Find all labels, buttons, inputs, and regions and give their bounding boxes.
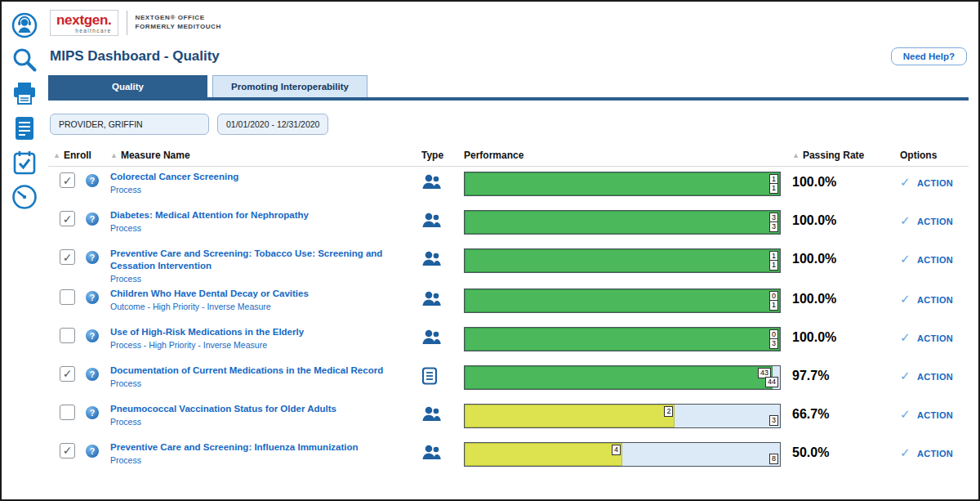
type-cell (416, 288, 457, 322)
header-passing-rate[interactable]: ▲Passing Rate (791, 150, 889, 161)
measure-name-link[interactable]: Pneumococcal Vaccination Status for Olde… (110, 403, 407, 415)
measure-name-cell: Diabetes: Medical Attention for Nephropa… (110, 209, 416, 244)
print-icon[interactable] (9, 78, 40, 110)
measure-name-link[interactable]: Preventive Care and Screening: Influenza… (110, 441, 407, 454)
performance-fill (465, 172, 780, 195)
main-content: nextgen. healthcare NEXTGEN® OFFICE FORM… (47, 2, 978, 499)
options-cell: ✓ ACTION (889, 171, 969, 205)
measure-help-icon[interactable]: ? (86, 445, 99, 458)
passing-rate-value: 100.0% (792, 252, 836, 266)
measure-help-icon[interactable]: ? (86, 291, 99, 304)
header-type: Type (416, 150, 457, 161)
date-range-select[interactable]: 01/01/2020 - 12/31/2020 (217, 114, 328, 135)
measure-help-icon[interactable]: ? (86, 406, 99, 419)
type-cell (416, 209, 457, 244)
support-icon[interactable] (9, 10, 40, 41)
help-cell: ? (86, 248, 110, 284)
help-cell: ? (86, 441, 110, 476)
measure-name-cell: Children Who Have Dental Decay or Caviti… (110, 288, 416, 322)
need-help-button[interactable]: Need Help? (891, 47, 967, 65)
denominator-badge: 44 (765, 377, 778, 387)
denominator-badge: 8 (769, 454, 778, 464)
measure-name-link[interactable]: Colorectal Cancer Screening (110, 171, 407, 183)
type-cell (416, 365, 457, 399)
denominator-badge: 1 (769, 260, 778, 271)
type-people-icon (421, 405, 441, 422)
enroll-checkbox[interactable] (60, 328, 75, 343)
performance-fill (465, 211, 780, 234)
header-options: Options (889, 150, 969, 161)
action-link[interactable]: ACTION (917, 372, 953, 382)
performance-fill (465, 405, 675, 427)
type-list-icon (421, 367, 438, 385)
header-type-label: Type (421, 150, 443, 161)
performance-cell: 3 3 (457, 209, 791, 244)
measure-name-link[interactable]: Children Who Have Dental Decay or Caviti… (110, 288, 407, 300)
action-link[interactable]: ACTION (917, 295, 953, 305)
enroll-cell: ✓ (48, 171, 86, 205)
enroll-checkbox[interactable]: ✓ (60, 211, 75, 226)
measure-help-icon[interactable]: ? (86, 329, 99, 342)
tab-quality[interactable]: Quality (48, 75, 207, 97)
performance-cell: 0 1 (457, 288, 791, 322)
type-people-icon (421, 329, 441, 345)
measure-name-link[interactable]: Preventive Care and Screening: Tobacco U… (110, 248, 407, 272)
search-icon[interactable] (9, 44, 40, 75)
passing-rate-value: 97.7% (792, 369, 829, 382)
type-cell (416, 248, 457, 284)
passing-rate-cell: 100.0% (791, 209, 889, 244)
measure-name-link[interactable]: Use of High-Risk Medications in the Elde… (110, 326, 407, 338)
action-link[interactable]: ACTION (917, 449, 953, 459)
measure-help-icon[interactable]: ? (86, 212, 99, 226)
denominator-badge: 3 (769, 415, 778, 426)
action-check-icon: ✓ (900, 175, 911, 189)
measure-row: ? Children Who Have Dental Decay or Cavi… (48, 284, 969, 322)
action-link[interactable]: ACTION (917, 217, 953, 226)
denominator-badge: 1 (769, 300, 778, 311)
provider-select[interactable]: PROVIDER, GRIFFIN (50, 114, 209, 135)
enroll-checkbox[interactable] (60, 289, 75, 305)
gauge-icon[interactable] (9, 181, 40, 212)
action-link[interactable]: ACTION (917, 178, 953, 188)
header-enroll[interactable]: ▲Enroll (48, 150, 110, 161)
options-cell: ✓ ACTION (889, 365, 969, 399)
enroll-cell: ✓ (48, 248, 86, 284)
type-cell (416, 403, 457, 437)
type-cell (416, 171, 457, 205)
action-link[interactable]: ACTION (917, 255, 953, 265)
product-name: NEXTGEN® OFFICE FORMERLY MEDITOUCH (136, 14, 221, 32)
measure-name-link[interactable]: Diabetes: Medical Attention for Nephropa… (110, 209, 407, 221)
enroll-checkbox[interactable]: ✓ (60, 172, 75, 188)
page-title: MIPS Dashboard - Quality (50, 48, 220, 65)
measure-name-link[interactable]: Documentation of Current Medications in … (110, 365, 407, 377)
measure-category: Process (110, 223, 407, 233)
header-measure-name[interactable]: ▲Measure Name (110, 150, 416, 161)
passing-rate-value: 66.7% (792, 407, 829, 421)
passing-rate-value: 100.0% (792, 292, 836, 306)
header-passing-rate-label: Passing Rate (803, 150, 864, 161)
measure-name-cell: Preventive Care and Screening: Tobacco U… (110, 248, 416, 284)
sort-asc-icon: ▲ (792, 151, 800, 159)
performance-bar: 43 44 (464, 365, 781, 390)
enroll-checkbox[interactable] (60, 405, 75, 420)
measure-help-icon[interactable]: ? (86, 251, 99, 264)
tasks-icon[interactable] (9, 147, 40, 178)
enroll-checkbox[interactable]: ✓ (60, 366, 75, 382)
action-link[interactable]: ACTION (917, 410, 953, 420)
measure-row: ? Pneumococcal Vaccination Status for Ol… (48, 399, 969, 437)
measure-category: Process (110, 274, 407, 284)
passing-rate-value: 100.0% (792, 175, 836, 189)
enroll-checkbox[interactable]: ✓ (60, 249, 75, 265)
measure-help-icon[interactable]: ? (86, 174, 99, 187)
options-cell: ✓ ACTION (889, 288, 969, 322)
enroll-checkbox[interactable]: ✓ (60, 443, 75, 459)
enroll-cell: ✓ (48, 441, 86, 476)
measure-row: ✓ ? Preventive Care and Screening: Influ… (48, 437, 969, 476)
measure-help-icon[interactable]: ? (86, 368, 99, 381)
notes-icon[interactable] (9, 113, 40, 144)
action-link[interactable]: ACTION (917, 333, 953, 343)
performance-bar: 2 3 (464, 404, 781, 428)
tab-bar: Quality Promoting Interoperability (48, 75, 969, 101)
enroll-cell: ✓ (48, 365, 86, 399)
tab-promoting-interoperability[interactable]: Promoting Interoperability (212, 75, 368, 97)
